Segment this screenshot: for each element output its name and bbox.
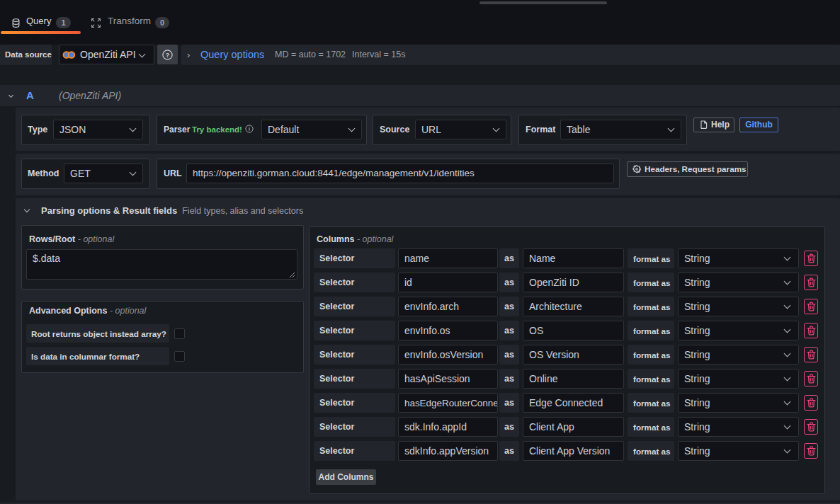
svg-text:?: ? — [166, 52, 170, 59]
